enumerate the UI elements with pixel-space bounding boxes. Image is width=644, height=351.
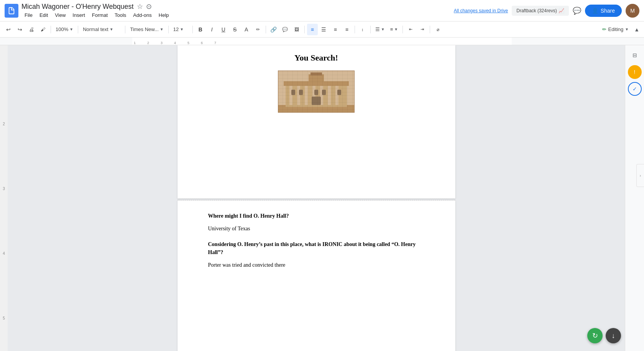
question-1: Where might I find O. Henry Hall? [208, 212, 425, 220]
svg-rect-11 [309, 74, 324, 83]
editing-label: Editing [608, 26, 623, 32]
share-button[interactable]: 👤 Share [585, 5, 622, 17]
bold-button[interactable]: B [195, 24, 206, 35]
highlight-button[interactable]: ✏ [253, 24, 263, 35]
toolbar-collapse-button[interactable]: ▲ [632, 25, 641, 34]
comment-button[interactable]: 💬 [573, 7, 581, 15]
draftback-button[interactable]: Draftback (324revs) 📈 [512, 6, 568, 16]
numbered-list-dropdown[interactable]: ☰ ▼ [373, 24, 387, 35]
sidebar-panel-icon[interactable]: ⊟ [628, 48, 642, 62]
paint-format-button[interactable]: 🖌 [38, 24, 48, 35]
menu-tools[interactable]: Tools [112, 11, 129, 19]
avatar-initials: M [630, 8, 635, 14]
numbered-list-icon: ☰ [375, 26, 380, 32]
decrease-indent-button[interactable]: ⇤ [405, 24, 416, 35]
svg-rect-18 [312, 97, 321, 105]
print-button[interactable]: 🖨 [26, 24, 37, 35]
svg-rect-6 [312, 86, 315, 105]
margin-num-4: 4 [3, 251, 5, 256]
pencil-icon: ✏ [602, 26, 606, 32]
menu-help[interactable]: Help [156, 11, 172, 19]
left-margin: 2 3 4 5 [0, 45, 8, 351]
draftback-label: Draftback (324revs) [516, 8, 557, 13]
zoom-arrow: ▼ [69, 27, 73, 31]
user-avatar[interactable]: M [626, 4, 639, 18]
link-button[interactable]: 🔗 [268, 24, 279, 35]
share-label: Share [601, 8, 615, 14]
svg-rect-12 [310, 72, 322, 75]
menu-insert[interactable]: Insert [69, 11, 88, 19]
justify-button[interactable]: ≡ [342, 24, 352, 35]
menu-edit[interactable]: Edit [36, 11, 51, 19]
style-dropdown[interactable]: Normal text ▼ [80, 24, 123, 35]
strikethrough-button[interactable]: S [230, 24, 240, 35]
left-align-button[interactable]: ≡ [307, 24, 318, 35]
divider-4 [168, 26, 169, 33]
answer-2: Porter was tried and convicted there [208, 261, 425, 269]
bottom-right-buttons: ↻ ↓ [587, 328, 621, 343]
folder-icon[interactable]: ⊙ [146, 2, 152, 11]
divider-2 [78, 26, 78, 33]
style-label: Normal text [83, 26, 108, 32]
svg-rect-3 [289, 86, 292, 105]
title-section: Micah Wagoner - O'Henry Webquest ☆ ⊙ Fil… [21, 2, 451, 19]
font-arrow: ▼ [160, 27, 164, 31]
svg-rect-5 [305, 86, 308, 105]
question-2: Considering O. Henry’s past in this plac… [208, 240, 425, 256]
share-icon: 👤 [592, 8, 598, 14]
style-arrow: ▼ [110, 27, 113, 31]
menu-format[interactable]: Format [89, 11, 111, 19]
menu-view[interactable]: View [52, 11, 69, 19]
undo-button[interactable]: ↩ [3, 24, 14, 35]
font-dropdown[interactable]: Times New... ▼ [128, 24, 166, 35]
comment-insert-button[interactable]: 💬 [280, 24, 291, 35]
top-right-actions: All changes saved in Drive Draftback (32… [454, 4, 639, 18]
doc-title[interactable]: Micah Wagoner - O'Henry Webquest [21, 3, 134, 11]
right-sidebar: ⊟ ! ✓ [625, 45, 644, 351]
download-button[interactable]: ↓ [606, 328, 621, 343]
sidebar-notes-icon[interactable]: ! [628, 65, 642, 79]
image-insert-button[interactable]: 🖼 [291, 24, 302, 35]
main-content: 2 3 4 5 You Search! [0, 45, 644, 351]
document-area[interactable]: You Search! [8, 45, 625, 351]
numbered-list-arrow: ▼ [381, 27, 385, 31]
svg-rect-0 [278, 71, 355, 113]
editing-mode-button[interactable]: ✏ Editing ▼ [599, 25, 632, 34]
italic-button[interactable]: I [207, 24, 217, 35]
increase-indent-button[interactable]: ⇥ [417, 24, 427, 35]
svg-rect-9 [335, 86, 338, 105]
svg-rect-19 [278, 71, 355, 113]
center-align-button[interactable]: ☰ [319, 24, 329, 35]
clear-format-button[interactable]: ⌀ [432, 24, 443, 35]
zoom-dropdown[interactable]: 100% ▼ [53, 24, 76, 35]
font-size-dropdown[interactable]: 12 ▼ [171, 24, 190, 35]
svg-rect-17 [337, 90, 341, 95]
text-color-button[interactable]: A [241, 24, 252, 35]
underline-button[interactable]: U [218, 24, 229, 35]
sidebar-check-icon[interactable]: ✓ [628, 82, 642, 96]
divider-7 [304, 26, 305, 33]
refresh-button[interactable]: ↻ [587, 328, 603, 343]
right-collapse-panel[interactable]: › [636, 164, 644, 187]
docs-icon [5, 4, 18, 18]
menu-addons[interactable]: Add-ons [130, 11, 154, 19]
redo-button[interactable]: ↪ [15, 24, 25, 35]
margin-num-3: 3 [3, 187, 5, 191]
line-spacing-button[interactable]: ↕ [357, 24, 368, 35]
bulleted-list-dropdown[interactable]: ≡ ▼ [388, 24, 401, 35]
star-icon[interactable]: ☆ [137, 2, 143, 11]
margin-num-2: 2 [3, 122, 5, 126]
bulleted-list-arrow: ▼ [394, 27, 398, 31]
ruler-label: 1 2 3 4 5 6 7 [132, 41, 216, 45]
page-1: You Search! [177, 45, 455, 198]
page-title: You Search! [208, 53, 425, 63]
right-align-button[interactable]: ≡ [330, 24, 341, 35]
answer-1: University of Texas [208, 225, 425, 233]
zoom-label: 100% [56, 26, 68, 32]
editing-arrow: ▼ [625, 27, 629, 31]
top-bar: Micah Wagoner - O'Henry Webquest ☆ ⊙ Fil… [0, 0, 644, 21]
building-svg [278, 71, 355, 113]
menu-file[interactable]: File [21, 11, 36, 19]
svg-rect-15 [314, 90, 318, 95]
svg-rect-16 [322, 90, 326, 95]
